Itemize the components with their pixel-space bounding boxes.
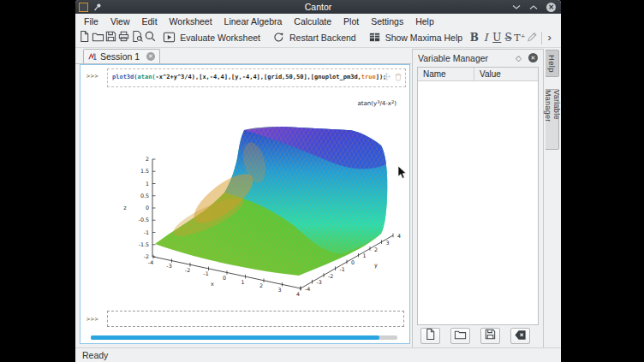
underline-button[interactable]: U (492, 32, 503, 44)
text-color-button[interactable] (526, 29, 539, 46)
menu-item-worksheet[interactable]: Worksheet (164, 16, 218, 27)
text-color-icon (526, 30, 539, 46)
save-icon (104, 30, 117, 46)
menu-item-plot[interactable]: Plot (337, 16, 365, 27)
new-document-button[interactable] (78, 29, 91, 46)
surface-mesh (155, 127, 387, 276)
restart-icon (272, 31, 285, 45)
search-button[interactable] (144, 29, 157, 46)
z-tick: 0.5 (140, 193, 149, 199)
worksheet-view[interactable]: >>> plot3d(atan(-x^2+y^3/4),[x,-4,4],[y,… (80, 64, 410, 344)
command-prompt: >>> (86, 73, 98, 80)
x-tick: 3 (277, 287, 281, 293)
code-segment: plot3d( (112, 74, 138, 80)
menu-item-view[interactable]: View (104, 16, 136, 27)
y-tick: 1 (363, 252, 367, 258)
empty-command-entry[interactable] (107, 311, 404, 327)
new-document-button[interactable] (420, 328, 440, 344)
open-folder-icon (454, 328, 467, 344)
y-tick: -1 (340, 266, 345, 272)
italic-button[interactable]: I (480, 32, 491, 44)
maxima-help-icon (368, 31, 381, 45)
progress-fill (91, 335, 379, 340)
cantor-app-icon[interactable] (79, 3, 88, 12)
print-button[interactable] (117, 29, 130, 46)
command-code[interactable]: plot3d(atan(-x^2+y^3/4),[x,-4,4],[y,-4,4… (112, 74, 386, 80)
menu-item-settings[interactable]: Settings (365, 16, 409, 27)
bold-button[interactable]: B (468, 32, 480, 44)
clear-button[interactable] (510, 328, 530, 344)
save-button[interactable] (104, 29, 117, 46)
cantor-window: Cantor ✕ FileViewEditWorksheetLinear Alg… (75, 0, 561, 362)
menu-item-file[interactable]: File (78, 16, 104, 27)
print-icon (117, 30, 130, 46)
close-icon[interactable]: ✕ (546, 3, 556, 12)
menu-item-help[interactable]: Help (409, 16, 440, 27)
action-label: Evaluate Worksheet (180, 33, 260, 43)
next-command-prompt: >>> (86, 316, 98, 323)
open-folder-button[interactable] (450, 328, 470, 344)
tab-session-1[interactable]: Session 1 ✕ (83, 49, 160, 63)
action-restart-backend[interactable]: Restart Backend (266, 31, 362, 45)
open-folder-button[interactable] (91, 29, 104, 46)
z-tick: 1.5 (140, 168, 149, 174)
delete-entry-icon[interactable] (395, 73, 402, 81)
variable-manager-buttons (420, 328, 530, 344)
clear-icon (514, 329, 527, 344)
save-icon (484, 328, 497, 344)
toolbar-separator (541, 32, 542, 45)
toolbar: Evaluate WorksheetRestart BackendShow Ma… (75, 28, 561, 48)
panel-close-icon[interactable]: ✕ (528, 53, 538, 62)
x-tick: 0 (223, 275, 226, 281)
z-tick: 0 (146, 205, 149, 211)
action-label: Show Maxima Help (385, 33, 462, 43)
code-segment: -x^2+y^3/4), (156, 74, 200, 80)
action-evaluate-worksheet[interactable]: Evaluate Worksheet (157, 31, 266, 45)
z-tick: -0.5 (139, 217, 149, 223)
new-document-icon (78, 30, 91, 46)
plot-title: atan(y3/4-x2) (358, 99, 397, 108)
new-document-icon (424, 328, 437, 344)
menu-item-linear-algebra[interactable]: Linear Algebra (218, 16, 289, 27)
y-tick: 2 (374, 246, 378, 252)
column-header-value[interactable]: Value (474, 69, 501, 79)
x-tick: 4 (296, 291, 300, 297)
action-show-maxima-help[interactable]: Show Maxima Help (362, 31, 468, 45)
float-panel-icon[interactable]: ◇ (516, 54, 522, 62)
x-tick: -3 (166, 263, 171, 269)
toolbar-overflow-chevron-icon[interactable]: › (545, 31, 558, 45)
z-axis-label: z (123, 205, 127, 211)
column-header-name[interactable]: Name (418, 68, 474, 80)
evaluate-icon (163, 31, 176, 45)
z-tick: 1 (146, 181, 149, 187)
tab-label: Session 1 (100, 51, 140, 62)
strikethrough-button[interactable]: S (503, 32, 514, 44)
code-segment: true (361, 74, 376, 80)
z-tick: -1 (144, 229, 149, 235)
tab-close-icon[interactable]: ✕ (146, 52, 155, 61)
y-axis-label: y (374, 262, 378, 269)
action-label: Restart Backend (289, 33, 356, 43)
superscript-button[interactable]: T⁺ (514, 33, 525, 44)
open-folder-icon (92, 30, 104, 46)
menu-item-edit[interactable]: Edit (136, 16, 164, 27)
title-bar[interactable]: Cantor ✕ (75, 0, 561, 14)
x-tick: 2 (259, 282, 263, 288)
move-entry-icon[interactable] (383, 73, 391, 80)
side-tab-variable-manager[interactable]: Variable Manager (546, 89, 559, 150)
document-preview-button[interactable] (131, 29, 144, 46)
z-tick: -1.5 (139, 241, 149, 247)
menu-bar: FileViewEditWorksheetLinear AlgebraCalcu… (75, 14, 561, 28)
worksheet-progress-bar[interactable] (91, 335, 397, 340)
x-tick: -2 (185, 267, 190, 273)
maximize-icon[interactable] (529, 4, 538, 10)
y-tick: 4 (397, 233, 401, 239)
menu-item-calculate[interactable]: Calculate (288, 16, 337, 27)
minimize-icon[interactable] (512, 4, 521, 10)
variables-table[interactable]: Name Value (417, 67, 539, 325)
side-tab-help[interactable]: Help (546, 50, 559, 77)
save-button[interactable] (480, 328, 500, 344)
y-tick: -4 (305, 286, 310, 292)
session-icon (88, 52, 97, 61)
y-tick: -3 (317, 279, 322, 285)
